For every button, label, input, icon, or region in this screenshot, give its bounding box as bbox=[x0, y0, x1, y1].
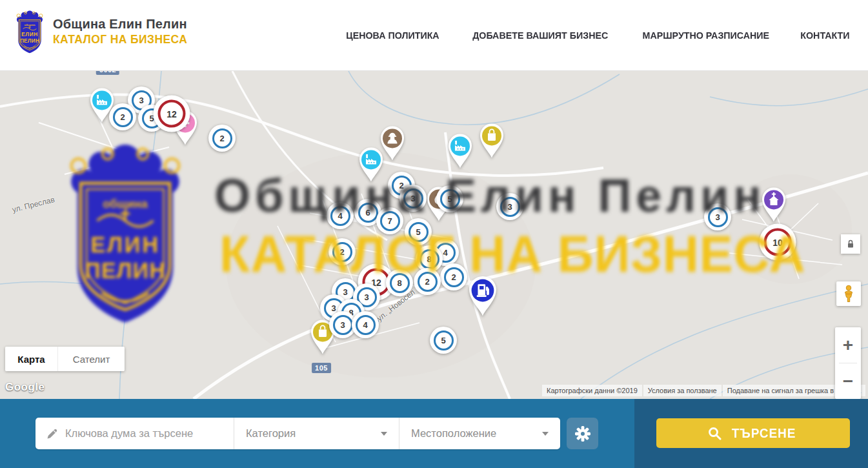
map-cluster[interactable]: 2 bbox=[208, 125, 236, 152]
map-cluster[interactable]: 7 bbox=[376, 207, 403, 234]
location-select-value: Местоположение bbox=[399, 427, 496, 440]
main-nav: ЦЕНОВА ПОЛИТИКАДОБАВЕТЕ ВАШИЯТ БИЗНЕСМАР… bbox=[342, 0, 852, 71]
lock-icon bbox=[845, 238, 856, 250]
gear-icon bbox=[574, 425, 592, 443]
zoom-control: + − bbox=[835, 327, 861, 399]
search-button[interactable]: ТЪРСЕНЕ bbox=[656, 418, 850, 448]
map-cluster[interactable]: 3 bbox=[704, 203, 731, 230]
nav-item[interactable]: МАРШРУТНО РАЗПИСАНИЕ bbox=[643, 30, 770, 41]
attribution-item[interactable]: Условия за ползване bbox=[643, 385, 722, 396]
map-cluster[interactable]: 10 bbox=[760, 224, 796, 261]
pegman-icon bbox=[842, 285, 855, 303]
map-cluster[interactable]: 3 bbox=[399, 185, 427, 212]
location-select[interactable]: Местоположение bbox=[399, 418, 560, 449]
zoom-in-button[interactable]: + bbox=[835, 327, 861, 363]
search-form: Категория Местоположение bbox=[35, 418, 560, 449]
keyword-section bbox=[35, 418, 234, 449]
road-shield: 6002 bbox=[96, 71, 119, 75]
google-logo: Google bbox=[5, 381, 45, 394]
lock-button[interactable] bbox=[841, 234, 860, 254]
map-pin-church[interactable] bbox=[759, 185, 789, 225]
municipality-crest-logo bbox=[13, 9, 46, 54]
road-shield: 105 bbox=[312, 363, 331, 373]
pencil-icon bbox=[46, 427, 59, 440]
map-type-map-button[interactable]: Карта bbox=[5, 347, 57, 371]
map-cluster[interactable]: 2 bbox=[414, 268, 441, 295]
search-icon bbox=[708, 427, 722, 440]
map-canvas[interactable]: 6002105 ул. Преславбул. „Новосел 3251222… bbox=[0, 71, 868, 399]
nav-item[interactable]: КОНТАКТИ bbox=[800, 30, 849, 41]
brand[interactable]: Община Елин Пелин КАТАЛОГ НА БИЗНЕСА bbox=[13, 9, 187, 54]
map-pin-factory[interactable] bbox=[445, 132, 475, 172]
chevron-down-icon bbox=[381, 432, 387, 436]
brand-subtitle: КАТАЛОГ НА БИЗНЕСА bbox=[53, 33, 187, 46]
map-cluster[interactable]: 3 bbox=[496, 193, 523, 220]
map-cluster[interactable]: 5 bbox=[405, 218, 432, 245]
map-cluster[interactable]: 4 bbox=[352, 311, 379, 338]
search-button-label: ТЪРСЕНЕ bbox=[732, 426, 796, 441]
keyword-input[interactable] bbox=[35, 418, 234, 449]
map-attribution: Картографски данни ©2019Условия за ползв… bbox=[542, 385, 865, 396]
map-pin-factory[interactable] bbox=[356, 145, 386, 185]
map-cluster[interactable]: 12 bbox=[154, 96, 190, 132]
map-pin-fuel[interactable] bbox=[465, 274, 500, 320]
chevron-down-icon bbox=[542, 432, 549, 436]
category-select[interactable]: Категория bbox=[234, 418, 399, 449]
map-type-control: КартаСателит bbox=[5, 347, 125, 371]
nav-item[interactable]: ЦЕНОВА ПОЛИТИКА bbox=[346, 30, 439, 41]
map-cluster[interactable]: 8 bbox=[386, 269, 413, 296]
street-view-pegman-button[interactable] bbox=[836, 281, 861, 306]
advanced-settings-button[interactable] bbox=[567, 418, 598, 449]
map-cluster[interactable]: 5 bbox=[430, 327, 457, 354]
map-cluster[interactable]: 2 bbox=[109, 103, 136, 130]
map-pin-bag[interactable] bbox=[477, 121, 507, 161]
attribution-item[interactable]: Картографски данни ©2019 bbox=[542, 385, 642, 396]
category-select-value: Категория bbox=[234, 427, 296, 440]
site-header: Община Елин Пелин КАТАЛОГ НА БИЗНЕСА ЦЕН… bbox=[0, 0, 868, 71]
map-cluster[interactable]: 2 bbox=[440, 263, 467, 290]
map-cluster[interactable]: 2 bbox=[328, 238, 356, 265]
map-cluster[interactable]: 5 bbox=[436, 185, 463, 212]
zoom-out-button[interactable]: − bbox=[835, 363, 861, 399]
map-cluster[interactable]: 4 bbox=[327, 202, 354, 229]
map-type-satellite-button[interactable]: Сателит bbox=[57, 347, 125, 371]
search-bar: Категория Местоположение ТЪРСЕНЕ bbox=[0, 399, 868, 468]
nav-item[interactable]: ДОБАВЕТЕ ВАШИЯТ БИЗНЕС bbox=[472, 30, 608, 41]
brand-title: Община Елин Пелин bbox=[53, 17, 187, 32]
